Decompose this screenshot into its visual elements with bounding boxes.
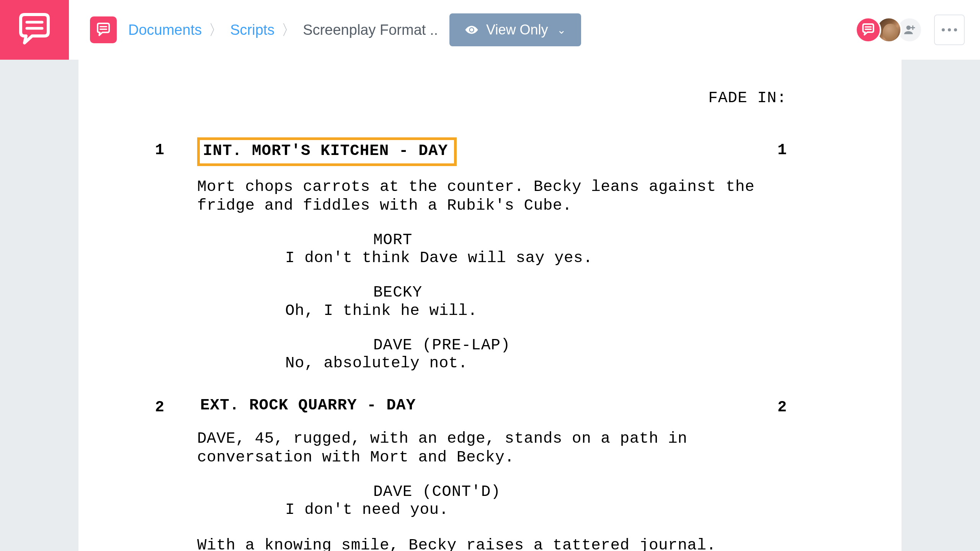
scene-number-left: 2 [155,395,197,416]
chevron-down-icon: ⌄ [557,24,566,36]
dialogue-text: No, absolutely not. [285,354,641,372]
action-text: With a knowing smile, Becky raises a tat… [197,536,771,551]
document-viewport: FADE IN: 1 INT. MORT'S KITCHEN - DAY 1 M… [0,60,980,551]
dialogue-text: I don't think Dave will say yes. [285,249,641,267]
more-options-button[interactable] [934,15,965,45]
toolbar-right [855,0,965,60]
scene-number-right: 2 [777,395,825,416]
home-button[interactable] [90,16,117,43]
dialogue-text: Oh, I think he will. [285,302,641,320]
scene-block: 1 INT. MORT'S KITCHEN - DAY 1 Mort chops… [155,137,825,372]
scene-number-right: 1 [777,137,825,159]
svg-rect-8 [911,27,915,28]
scene-heading-row: 1 INT. MORT'S KITCHEN - DAY 1 [155,137,825,166]
scene-number-left: 1 [155,137,197,159]
scene-block: 2 EXT. ROCK QUARRY - DAY 2 DAVE, 45, rug… [155,395,825,551]
eye-icon [465,23,479,37]
character-cue: DAVE (CONT'D) [373,483,825,500]
character-cue: DAVE (PRE-LAP) [373,337,825,354]
chat-bubble-icon [861,23,875,37]
dialogue-text: I don't need you. [285,500,641,519]
character-cue: BECKY [373,284,825,301]
breadcrumb-current: Screenplay Format .. [303,22,438,38]
breadcrumb-documents[interactable]: Documents [128,22,202,38]
character-cue: MORT [373,231,825,249]
action-text: Mort chops carrots at the counter. Becky… [197,178,771,215]
breadcrumb: Documents 〉 Scripts 〉 Screenplay Format … [128,20,438,40]
action-text: DAVE, 45, rugged, with an edge, stands o… [197,429,771,466]
svg-point-6 [906,26,911,30]
more-horizontal-icon [942,28,957,31]
collaborator-avatars[interactable] [855,17,923,43]
chat-bubble-icon [15,11,54,49]
view-mode-label: View Only [486,22,548,38]
scene-heading[interactable]: INT. MORT'S KITCHEN - DAY [197,137,457,166]
scene-heading[interactable]: EXT. ROCK QUARRY - DAY [197,395,422,418]
breadcrumb-scripts[interactable]: Scripts [230,22,274,38]
avatar-app [855,17,881,43]
chat-bubble-icon [95,22,111,38]
app-logo[interactable] [0,0,69,60]
script-page: FADE IN: 1 INT. MORT'S KITCHEN - DAY 1 M… [78,60,902,551]
top-toolbar: Documents 〉 Scripts 〉 Screenplay Format … [0,0,980,60]
chevron-right-icon: 〉 [281,20,296,40]
scene-heading-row: 2 EXT. ROCK QUARRY - DAY 2 [155,395,825,418]
chevron-right-icon: 〉 [209,20,223,40]
view-mode-button[interactable]: View Only ⌄ [449,13,581,46]
fade-in-text: FADE IN: [155,90,825,107]
add-user-icon [903,23,916,36]
